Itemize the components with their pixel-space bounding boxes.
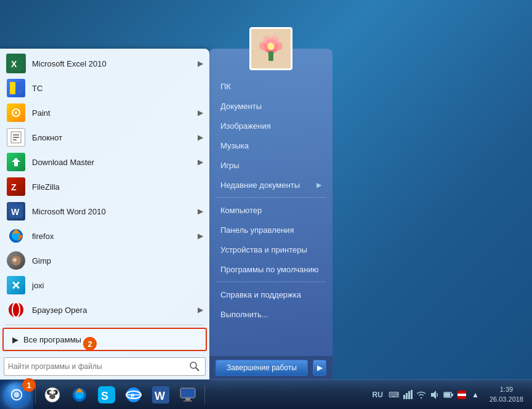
right-item-music[interactable]: Музыка	[209, 136, 332, 155]
svg-point-22	[190, 362, 196, 368]
taskbar-right: RU ⌨ ▲ 1	[362, 380, 532, 409]
taskbar: S e W RU ⌨	[0, 379, 532, 409]
menu-items-list: X Microsoft Excel 2010 ▶ TC	[0, 49, 209, 355]
search-input[interactable]	[8, 362, 188, 371]
menu-item-gimp[interactable]: Gimp	[0, 248, 209, 273]
right-item-devices[interactable]: Устройства и принтеры	[209, 240, 332, 259]
word-icon: W	[6, 201, 26, 221]
system-tray: RU ⌨ ▲	[366, 389, 485, 400]
menu-item-excel[interactable]: X Microsoft Excel 2010 ▶	[0, 51, 209, 76]
lang-indicator[interactable]: RU	[369, 389, 386, 400]
right-separator-2	[216, 281, 326, 282]
shutdown-arrow-button[interactable]: ▶	[313, 360, 326, 376]
svg-rect-60	[451, 394, 453, 396]
svg-text:e: e	[131, 391, 135, 400]
right-item-docs[interactable]: Документы	[209, 96, 332, 116]
firefox-arrow: ▶	[198, 232, 203, 240]
menu-item-download-master[interactable]: Download Master ▶	[0, 150, 209, 174]
menu-item-opera[interactable]: Браузер Opera ▶	[0, 298, 209, 322]
right-separator-1	[216, 197, 326, 198]
svg-rect-31	[268, 51, 273, 61]
menu-item-joxi[interactable]: joxi	[0, 273, 209, 298]
svg-marker-58	[431, 391, 436, 399]
svg-text:Z: Z	[11, 182, 17, 192]
gimp-icon	[6, 251, 26, 270]
all-programs-label: Все программы	[23, 335, 197, 344]
svg-rect-54	[403, 395, 405, 399]
taskbar-icon-firefox[interactable]	[66, 381, 93, 408]
search-button[interactable]	[188, 360, 201, 373]
svg-rect-2	[10, 82, 15, 94]
taskbar-icon-ie[interactable]: e	[120, 381, 147, 408]
excel-label: Microsoft Excel 2010	[32, 59, 198, 68]
right-item-images[interactable]: Изображения	[209, 116, 332, 136]
tray-icon-arrow-up[interactable]: ▲	[470, 389, 481, 400]
svg-text:S: S	[101, 390, 108, 402]
right-item-control[interactable]: Панель управления	[209, 220, 332, 240]
clock[interactable]: 1:39 26.03.2018	[485, 385, 528, 404]
svg-point-5	[15, 111, 17, 114]
dm-arrow: ▶	[198, 158, 203, 166]
taskbar-icon-skype[interactable]: S	[93, 381, 120, 408]
right-item-computer[interactable]: Компьютер	[209, 200, 332, 220]
tray-icon-keyboard[interactable]: ⌨	[389, 389, 400, 400]
excel-icon: X	[6, 54, 26, 73]
shutdown-button[interactable]: Завершение работы	[216, 360, 308, 376]
menu-separator	[5, 325, 204, 325]
tray-icon-sound[interactable]	[429, 389, 440, 400]
svg-point-29	[263, 36, 272, 44]
svg-point-37	[49, 391, 52, 394]
right-item-help[interactable]: Справка и поддержка	[209, 285, 332, 304]
right-item-games[interactable]: Игры	[209, 155, 332, 175]
firefox-icon	[6, 226, 26, 246]
search-bar[interactable]	[4, 357, 206, 376]
tray-icon-battery[interactable]	[443, 389, 454, 400]
svg-rect-53	[181, 389, 195, 397]
right-item-defaults[interactable]: Программы по умолчанию	[209, 259, 332, 279]
opera-arrow: ▶	[198, 306, 203, 314]
word-arrow: ▶	[198, 207, 203, 216]
svg-point-32	[14, 392, 19, 397]
shutdown-bar: Завершение работы ▶	[209, 356, 332, 379]
all-programs-item[interactable]: ▶ Все программы	[2, 328, 207, 351]
menu-item-tc[interactable]: TC	[0, 76, 209, 100]
recent-arrow: ▶	[316, 181, 321, 189]
taskbar-divider-2	[204, 386, 205, 404]
dm-icon	[6, 152, 26, 172]
svg-point-36	[49, 394, 55, 399]
svg-text:W: W	[11, 207, 20, 217]
tray-icon-wifi[interactable]	[416, 389, 427, 400]
joxi-label: joxi	[32, 281, 203, 290]
start-menu: X Microsoft Excel 2010 ▶ TC	[0, 49, 332, 379]
right-item-recent[interactable]: Недавние документы ▶	[209, 175, 332, 195]
menu-item-firefox[interactable]: firefox ▶	[0, 224, 209, 248]
user-avatar[interactable]	[249, 27, 292, 70]
fz-label: FileZilla	[32, 182, 203, 192]
clock-date: 26.03.2018	[490, 395, 523, 404]
svg-point-20	[9, 302, 23, 317]
tray-icon-network[interactable]	[402, 389, 413, 400]
taskbar-icon-word[interactable]: W	[147, 381, 174, 408]
svg-rect-64	[457, 391, 466, 393]
avatar-image	[249, 27, 292, 70]
taskbar-pinned-icons: S e W	[38, 380, 203, 409]
svg-rect-52	[183, 400, 192, 402]
taskbar-icon-monitor[interactable]	[174, 381, 201, 408]
desktop: X Microsoft Excel 2010 ▶ TC	[0, 0, 532, 409]
svg-rect-3	[17, 82, 22, 94]
menu-item-word[interactable]: W Microsoft Word 2010 ▶	[0, 199, 209, 224]
right-item-run[interactable]: Выполнить...	[209, 304, 332, 324]
right-item-pc[interactable]: ПК	[209, 76, 332, 96]
opera-label: Браузер Opera	[32, 306, 198, 315]
tray-icon-flag[interactable]	[456, 389, 467, 400]
svg-marker-10	[12, 158, 20, 166]
menu-item-paint[interactable]: Paint ▶	[0, 100, 209, 125]
menu-item-filezilla[interactable]: Z FileZilla	[0, 174, 209, 199]
taskbar-icon-panda[interactable]	[39, 381, 66, 408]
menu-item-notepad[interactable]: Блокнот ▶	[0, 125, 209, 150]
taskbar-divider-1	[35, 386, 36, 404]
clock-time: 1:39	[500, 385, 513, 394]
paint-label: Paint	[32, 108, 198, 118]
word-label: Microsoft Word 2010	[32, 207, 198, 216]
tc-label: TC	[32, 84, 203, 93]
